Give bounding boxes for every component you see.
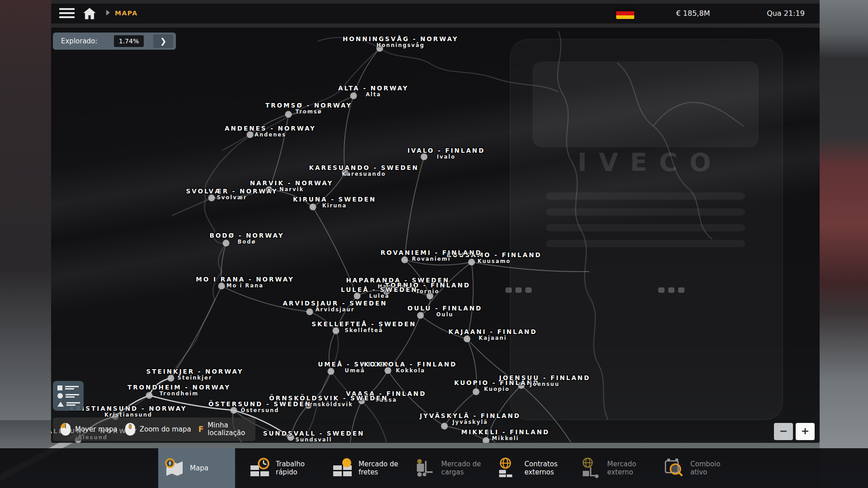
external-contracts-icon: [497, 457, 520, 479]
city-sub-label: Kokkola: [316, 367, 505, 374]
city-sub-label: Luleå: [284, 293, 474, 299]
city-name-label: SKELLEFTEÅ - SWEDEN: [269, 320, 459, 328]
legend-triangle-glyph: [57, 402, 64, 407]
home-icon[interactable]: [83, 7, 96, 20]
flag-stripe-black: [616, 8, 634, 11]
zoom-map-label: Zoom do mapa: [140, 425, 191, 433]
coastline: [617, 63, 744, 239]
road-segment: [467, 262, 473, 339]
map-city-label-andenes[interactable]: ANDENES - NORWAYAndenes: [175, 125, 365, 138]
city-sub-label: Tromsø: [214, 108, 404, 115]
city-name-label: SVOLVÆR - NORWAY: [137, 188, 327, 195]
breadcrumb[interactable]: MAPA: [115, 9, 138, 17]
move-map-label: Mover mapa: [75, 425, 118, 433]
city-name-label: ROVANIEMI - FINLAND: [336, 249, 526, 256]
map-city-label-karesuando[interactable]: KARESUANDO - SWEDENKaresuando: [269, 164, 459, 177]
city-name-label: MIKKELI - FINLAND: [410, 428, 600, 436]
freight-market-icon: [331, 457, 354, 479]
map-city-label-honningsvag[interactable]: HONNINGSVÅG - NORWAYHonningsvåg: [306, 35, 495, 48]
map-city-label-rovaniemi[interactable]: ROVANIEMI - FINLANDRovaniemi: [336, 249, 526, 262]
game-datetime: Qua 21:19: [745, 9, 826, 18]
city-name-label: HONNINGSVÅG - NORWAY: [306, 35, 495, 42]
tab-contratos-externos[interactable]: Contratosexternos: [493, 448, 573, 488]
tab-mercado-externo[interactable]: Mercadoexterno: [576, 448, 656, 488]
map-legend-icon[interactable]: [53, 381, 84, 411]
map-city-label-kokkola[interactable]: KOKKOLA - FINLANDKokkola: [316, 361, 505, 374]
map-city-label-kajaani[interactable]: KAJAANI - FINLANDKajaani: [398, 328, 588, 341]
explored-badge: Explorado: 1.74% ❯: [53, 33, 176, 50]
my-location-hint: F Minha localização: [198, 422, 245, 437]
city-sub-label: Honningsvåg: [306, 42, 495, 48]
garage-left-wall: [0, 0, 51, 488]
tab-trabalho-rapido[interactable]: Trabalhorápido: [244, 448, 325, 488]
map-city-label-tromso[interactable]: TROMSØ - NORWAYTromsø: [214, 102, 404, 115]
city-sub-label: Andenes: [175, 131, 365, 138]
germany-flag[interactable]: [616, 8, 634, 19]
map-city-label-oulu[interactable]: OULU - FINLANDOulu: [350, 305, 540, 318]
top-bar: MAPA € 185,8M Qua 21:19: [51, 4, 820, 23]
mouse-wheel-icon: [125, 422, 136, 436]
tab-mercado-de-cargas[interactable]: Mercado decargas: [410, 448, 490, 488]
city-name-label: KAJAANI - FINLAND: [398, 328, 588, 335]
map-city-label-kiruna[interactable]: KIRUNA - SWEDENKiruna: [240, 196, 429, 209]
active-convoy-icon: [663, 457, 686, 479]
zoom-out-button[interactable]: −: [774, 423, 793, 440]
map-city-label-steinkjer[interactable]: STEINKJER - NORWAYSteinkjer: [100, 368, 290, 381]
map-city-label-ivalo[interactable]: IVALO - FINLANDIvalo: [351, 147, 541, 160]
city-sub-label: Oulu: [350, 311, 540, 318]
menu-icon[interactable]: [59, 8, 75, 19]
city-sub-label: Mikkeli: [410, 435, 600, 441]
explored-value: 1.74%: [114, 35, 144, 47]
city-sub-label: Karesuando: [269, 171, 459, 177]
zoom-in-button[interactable]: +: [796, 423, 815, 440]
city-sub-label: Bodø: [152, 239, 342, 245]
city-name-label: STEINKJER - NORWAY: [100, 368, 290, 375]
tab-mercado-de-fretes[interactable]: Mercado defretes: [327, 448, 407, 488]
city-sub-label: Rovaniemi: [336, 256, 526, 262]
city-sub-label: Kristiansund: [51, 412, 223, 418]
zoom-map-hint: Zoom do mapa: [125, 422, 191, 436]
city-sub-label: Joensuu: [450, 381, 640, 387]
city-name-label: ANDENES - NORWAY: [175, 125, 365, 132]
external-market-icon: [580, 457, 603, 479]
explored-next-button[interactable]: ❯: [153, 34, 173, 48]
city-name-label: JYVÄSKYLÄ - FINLAND: [375, 412, 565, 419]
quick-job-icon: [249, 457, 271, 479]
city-name-label: BODØ - NORWAY: [152, 232, 342, 239]
mouse-left-click-icon: [60, 422, 71, 436]
world-map-panel[interactable]: IVECO HONNINGSVÅG - NORWAYHonningsvågALT…: [51, 28, 820, 443]
move-map-hint: Mover mapa: [60, 422, 118, 436]
map-city-label-lulea[interactable]: LULEÅ - SWEDENLuleå: [284, 286, 474, 299]
breadcrumb-arrow-icon: [106, 10, 110, 15]
flag-stripe-gold: [616, 15, 634, 19]
garage-right-wall: [820, 0, 868, 488]
city-name-label: IVALO - FINLAND: [351, 147, 541, 154]
city-sub-label: Alta: [278, 91, 468, 98]
city-sub-label: Steinkjer: [100, 375, 290, 381]
city-name-label: OULU - FINLAND: [350, 305, 540, 312]
map-controls-bar: Mover mapa Zoom do mapa F Minha localiza…: [53, 418, 255, 441]
map-city-label-mikkeli[interactable]: MIKKELI - FINLANDMikkeli: [410, 428, 600, 441]
city-name-label: TRONDHEIM - NORWAY: [84, 384, 274, 391]
city-sub-label: Jyväskylä: [375, 419, 565, 425]
city-sub-label: Kajaani: [398, 335, 588, 341]
cargo-market-icon: [414, 457, 437, 479]
city-name-label: LULEÅ - SWEDEN: [284, 286, 474, 293]
map-city-label-jyvaskyla[interactable]: JYVÄSKYLÄ - FINLANDJyväskylä: [375, 412, 565, 425]
map-city-label-alta[interactable]: ALTA - NORWAYAlta: [278, 84, 468, 98]
coastline: [557, 31, 608, 420]
city-sub-label: Ivalo: [351, 154, 541, 160]
city-name-label: JOENSUU - FINLAND: [450, 374, 640, 381]
map-icon: [163, 457, 185, 479]
bottom-navbar: Mapa Trabalhorápido Mercado defretes: [0, 448, 868, 488]
city-sub-label: Kiruna: [240, 202, 429, 209]
tab-comboio-ativo[interactable]: Comboioativo: [659, 448, 739, 488]
city-name-label: KIRUNA - SWEDEN: [240, 196, 429, 203]
city-name-label: TROMSØ - NORWAY: [214, 102, 404, 109]
tab-mapa[interactable]: Mapa: [158, 448, 235, 488]
map-city-label-bodo[interactable]: BODØ - NORWAYBodø: [152, 232, 342, 245]
city-name-label: KOKKOLA - FINLAND: [316, 361, 505, 368]
city-name-label: NARVIK - NORWAY: [197, 179, 387, 187]
map-city-label-joensuu[interactable]: JOENSUU - FINLANDJoensuu: [450, 374, 640, 387]
explored-label: Explorado:: [61, 37, 97, 45]
